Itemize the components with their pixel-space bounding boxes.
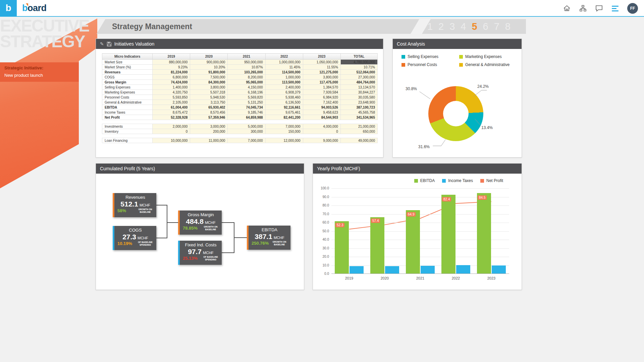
cell[interactable]: 49,000,000 — [340, 138, 377, 143]
cell[interactable]: 30,035,580 — [340, 95, 377, 100]
legend-item[interactable]: General & Administrative — [459, 62, 515, 67]
cell[interactable]: 0 — [303, 129, 340, 134]
cell[interactable]: 484,764,000 — [340, 80, 377, 85]
cell[interactable]: 950,000,000 — [228, 60, 265, 65]
cell[interactable]: 10.87% — [228, 65, 265, 70]
cell[interactable]: 82,441,200 — [265, 115, 303, 120]
cell[interactable]: 121,275,000 — [303, 70, 340, 75]
cell[interactable]: 57,359,946 — [190, 115, 228, 120]
cell[interactable]: 7,500,000 — [190, 75, 228, 80]
legend-item[interactable]: Selling Expenses — [401, 54, 457, 59]
cell[interactable]: 5,507,318 — [190, 90, 228, 95]
cell[interactable]: 512,064,000 — [340, 70, 377, 75]
cell[interactable]: 9,458,623 — [303, 110, 340, 115]
column-header[interactable]: TOTAL — [340, 54, 377, 60]
cell[interactable]: 84,300,000 — [190, 80, 228, 85]
row-label[interactable]: Market Size — [102, 60, 153, 65]
cell[interactable]: 650,000 — [340, 129, 377, 134]
cell[interactable]: 7,939,584 — [303, 90, 340, 95]
cell[interactable]: 341,534,965 — [340, 115, 377, 120]
income-taxes-bar[interactable] — [350, 266, 364, 274]
page-number-1[interactable]: 1 — [427, 21, 433, 32]
row-label[interactable]: EBITDA — [102, 105, 153, 110]
cell[interactable]: 4,000,000 — [303, 124, 340, 129]
cell[interactable]: 880,000,000 — [153, 60, 190, 65]
flow-box-revenues[interactable]: Revenues 512.1MCHF 58%GROWTH ON BASELINE — [113, 193, 156, 217]
row-label[interactable]: Inventory — [102, 129, 153, 134]
cell[interactable]: 3,000,000 — [190, 124, 228, 129]
home-icon[interactable] — [563, 4, 571, 12]
page-number-4[interactable]: 4 — [461, 21, 466, 32]
cell[interactable]: 27,300,000 — [340, 75, 377, 80]
page-number-7[interactable]: 7 — [494, 21, 499, 32]
cell[interactable]: 0 — [153, 129, 190, 134]
cell[interactable]: 11,000,000 — [190, 138, 228, 143]
column-header[interactable]: 2020 — [190, 54, 228, 60]
cell[interactable]: 6,168,196 — [228, 90, 265, 95]
cell[interactable]: 74,045,734 — [228, 105, 265, 110]
cell[interactable]: 8,200,000 — [228, 75, 265, 80]
cell[interactable]: 52,328,928 — [153, 115, 190, 120]
flow-box-cogs[interactable]: COGS 27.3MCHF 10.19%OF BASELINE SPENDING — [113, 226, 156, 250]
income-taxes-bar[interactable] — [421, 266, 435, 274]
cell[interactable]: 92,116,661 — [265, 105, 303, 110]
cell[interactable]: 5,938,460 — [265, 95, 303, 100]
cell[interactable]: 5,131,250 — [228, 100, 265, 105]
cell[interactable]: 4,780,000,000 — [340, 60, 377, 65]
flow-box-fixed-ind-costs[interactable]: Fixed Ind. Costs 97.7MCHF 25.13%OF BASEL… — [178, 241, 222, 265]
row-label[interactable]: Net Profit — [102, 115, 153, 120]
cell[interactable]: 5,000,000 — [228, 124, 265, 129]
cell[interactable]: 300,000 — [228, 129, 265, 134]
cell[interactable]: 64,859,988 — [228, 115, 265, 120]
page-number-2[interactable]: 2 — [438, 21, 444, 32]
row-label[interactable]: Marketing Expenses — [102, 90, 153, 95]
cell[interactable]: 10.20% — [190, 65, 228, 70]
cell[interactable]: 387,100,723 — [340, 105, 377, 110]
cell[interactable]: 6,908,379 — [265, 90, 303, 95]
cell[interactable]: 81,224,000 — [153, 70, 190, 75]
ebitda-bar[interactable] — [335, 221, 349, 274]
cell[interactable]: 84,544,903 — [303, 115, 340, 120]
cell[interactable]: 1,384,570 — [303, 85, 340, 90]
cell[interactable]: 91,800,000 — [190, 70, 228, 75]
cell[interactable]: 103,265,000 — [228, 70, 265, 75]
cell[interactable]: 7,000,000 — [265, 124, 303, 129]
cell[interactable]: 2,000,000 — [153, 124, 190, 129]
board-logo[interactable]: board — [22, 3, 47, 13]
cell[interactable]: 6,136,500 — [265, 100, 303, 105]
cell[interactable]: 21,000,000 — [340, 124, 377, 129]
cell[interactable]: 900,000,000 — [190, 60, 228, 65]
cell[interactable]: 5,593,850 — [153, 95, 190, 100]
column-header[interactable]: 2022 — [265, 54, 303, 60]
cell[interactable]: 9,000,000 — [303, 138, 340, 143]
column-header[interactable]: 2021 — [228, 54, 265, 60]
cell[interactable]: 30,844,227 — [340, 90, 377, 95]
cell[interactable]: 8,675,472 — [153, 110, 190, 115]
chat-icon[interactable] — [595, 4, 603, 12]
flow-box-ebitda[interactable]: EBITDA 387.1MCHF 250.76%GROWTH ON BASELI… — [247, 226, 290, 250]
cell[interactable]: 2,105,000 — [153, 100, 190, 105]
row-label[interactable]: Income Taxes — [102, 110, 153, 115]
cell[interactable]: 200,000 — [190, 129, 228, 134]
row-label[interactable]: Investments — [102, 124, 153, 129]
page-number-8[interactable]: 8 — [505, 21, 511, 32]
cell[interactable]: 117,475,000 — [303, 80, 340, 85]
cell[interactable]: 94,003,526 — [303, 105, 340, 110]
cell[interactable]: 6,984,920 — [303, 95, 340, 100]
cell[interactable]: 8,570,456 — [190, 110, 228, 115]
cell[interactable]: 10.71% — [340, 65, 377, 70]
cell[interactable]: 11.45% — [265, 65, 303, 70]
ebitda-bar[interactable] — [406, 210, 420, 274]
menu-icon[interactable] — [611, 4, 619, 12]
income-taxes-bar[interactable] — [456, 265, 470, 274]
cell[interactable]: 3,800,000 — [190, 85, 228, 90]
cell[interactable]: 6,800,000 — [153, 75, 190, 80]
row-label[interactable]: Personnel Costs — [102, 95, 153, 100]
cell[interactable]: 1,000,000 — [265, 75, 303, 80]
legend-item[interactable]: Net Profit — [480, 178, 503, 183]
cell[interactable]: 2,400,000 — [265, 85, 303, 90]
ebitda-bar[interactable] — [370, 217, 384, 274]
income-taxes-bar[interactable] — [492, 265, 506, 274]
column-header[interactable]: 2019 — [153, 54, 190, 60]
page-number-5[interactable]: 5 — [472, 21, 477, 32]
